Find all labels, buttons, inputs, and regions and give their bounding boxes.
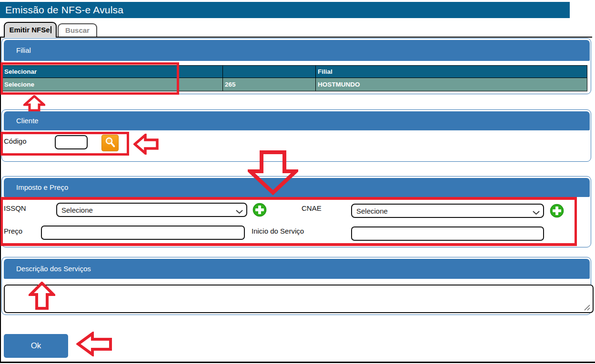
panel-border-bottom [0, 362, 595, 363]
section-filial: Filial Selecionar Filial Selecione 265 H… [1, 38, 591, 94]
section-cliente: Cliente Código [1, 109, 591, 162]
search-client-button[interactable] [101, 135, 119, 151]
select-row-link[interactable]: Selecione [2, 78, 223, 91]
filial-section-header: Filial [4, 40, 590, 61]
magnifier-icon [104, 142, 116, 149]
issqn-select[interactable]: Selecione [56, 203, 247, 217]
preco-label: Preço [4, 227, 22, 235]
column-header-selecionar: Selecionar [2, 66, 223, 78]
table-row: Selecione 265 HOSTMUNDO [2, 78, 587, 91]
cnae-select[interactable]: Selecione [351, 204, 544, 218]
tab-buscar[interactable]: Buscar [58, 23, 97, 37]
imposto-section-header: Imposto e Preço [4, 178, 590, 197]
tab-emitir-label: Emitir NFSe [9, 26, 50, 34]
cnae-select-control[interactable]: Selecione [351, 204, 544, 218]
preco-input[interactable] [41, 226, 245, 240]
tab-buscar-label: Buscar [65, 26, 90, 34]
ok-button[interactable]: Ok [4, 334, 68, 358]
plus-icon [252, 211, 267, 218]
panel-border-top [0, 37, 592, 38]
text-cursor [50, 26, 51, 33]
add-cnae-button[interactable] [550, 204, 564, 218]
tab-emitir-nfse[interactable]: Emitir NFSe [4, 22, 57, 38]
arrow-left-icon [76, 332, 112, 358]
plus-icon [550, 212, 564, 219]
page: Emissão de NFS-e Avulsa Emitir NFSe Busc… [0, 0, 595, 364]
section-imposto-preco: Imposto e Preço ISSQN Selecione CNAE Sel [1, 176, 591, 247]
descricao-section-header: Descrição dos Serviços [4, 259, 590, 279]
issqn-select-control[interactable]: Selecione [56, 203, 247, 217]
cliente-section-header: Cliente [4, 111, 590, 130]
descricao-textarea[interactable] [4, 285, 594, 313]
filial-name-cell: HOSTMUNDO [316, 78, 587, 91]
filial-table: Selecionar Filial Selecione 265 HOSTMUND… [2, 65, 587, 91]
column-header-code [223, 66, 316, 78]
cnae-label: CNAE [302, 204, 322, 212]
filial-code-cell: 265 [223, 78, 316, 91]
filial-table-header-row: Selecionar Filial [2, 66, 587, 78]
codigo-input[interactable] [55, 135, 88, 149]
inicio-servico-input[interactable] [351, 226, 544, 241]
issqn-label: ISSQN [4, 204, 26, 212]
inicio-servico-label: Inicio do Serviço [252, 227, 304, 235]
codigo-label: Código [4, 137, 27, 145]
panel-border-left [0, 37, 1, 363]
add-issqn-button[interactable] [252, 203, 267, 217]
page-title: Emissão de NFS-e Avulsa [0, 2, 570, 18]
column-header-filial: Filial [316, 66, 587, 78]
